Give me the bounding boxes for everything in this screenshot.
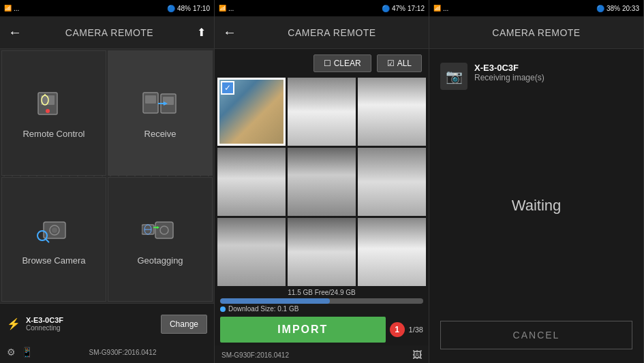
status-right-3: 🔵 38% 20:33 [596, 5, 639, 12]
menu-label-receive: Receive [144, 129, 177, 139]
change-button[interactable]: Change [161, 315, 207, 334]
battery-2: 47% [392, 5, 405, 12]
receive-icon [140, 86, 181, 121]
import-count: 1/38 [409, 326, 423, 334]
photo-thumb-2[interactable] [288, 78, 356, 146]
panel2-bottom-bar: SM-G930F:2016.0412 🖼 [215, 345, 429, 363]
photo-thumb-5[interactable] [288, 148, 356, 216]
app-title-1: CAMERA REMOTE [29, 27, 190, 38]
p2-device-model: SM-G930F:2016.0412 [221, 351, 289, 359]
menu-label-remote: Remote Control [22, 129, 85, 139]
share-icon[interactable]: ⬆ [197, 26, 206, 39]
back-button-1[interactable]: ← [8, 25, 22, 40]
receiving-section: 📷 X-E3-0C3F Receiving image(s) [440, 63, 632, 90]
menu-browse-camera[interactable]: Browse Camera [1, 177, 106, 302]
svg-line-15 [46, 239, 49, 242]
app-bar-3: CAMERA REMOTE [429, 16, 643, 49]
all-label: ALL [397, 59, 412, 68]
bt-status-3: 🔵 [596, 5, 604, 12]
back-button-2[interactable]: ← [223, 25, 236, 40]
bt-status-2: 🔵 [382, 5, 390, 12]
time-1: 17:10 [193, 5, 210, 12]
clear-button[interactable]: ☐ CLEAR [313, 54, 371, 72]
clear-icon: ☐ [324, 59, 331, 68]
bluetooth-icon: ⚡ [7, 317, 20, 330]
status-bar-1: 📶 ... 🔵 48% 17:10 [0, 0, 214, 16]
status-left-3: 📶 ... [433, 5, 448, 12]
menu-geotagging[interactable]: Geotagging [108, 177, 213, 302]
panel-photo-import: 📶 ... 🔵 47% 17:12 ← CAMERA REMOTE ☐ CLEA… [215, 0, 429, 363]
status-dots-2: ... [228, 5, 234, 12]
app-title-2: CAMERA REMOTE [243, 27, 420, 38]
app-bar-2: ← CAMERA REMOTE [215, 16, 429, 49]
import-button[interactable]: IMPORT [220, 317, 386, 343]
storage-section: 11.5 GB Free/24.9 GB Download Size: 0.1 … [215, 286, 429, 314]
browse-camera-icon [33, 213, 74, 247]
p2-image-icon: 🖼 [412, 349, 422, 360]
network-icon-2: 📶 [219, 5, 226, 12]
photo-thumb-1[interactable]: ✓ [217, 78, 286, 146]
status-text-1: ... [14, 5, 19, 12]
battery-1: 48% [177, 5, 191, 12]
photo-thumb-7[interactable] [217, 218, 286, 286]
all-button[interactable]: ☑ ALL [377, 54, 422, 72]
remote-control-icon [33, 86, 74, 121]
photo-thumb-8[interactable] [288, 218, 356, 286]
storage-bar-bg [220, 298, 423, 304]
app-bar-1: ← CAMERA REMOTE ⬆ [0, 16, 214, 49]
time-3: 20:33 [622, 5, 639, 12]
status-left-1: 📶 ... [4, 5, 19, 12]
panel-main-menu: 📶 ... 🔵 48% 17:10 ← CAMERA REMOTE ⬆ [0, 0, 215, 363]
settings-icon[interactable]: ⚙ [7, 347, 16, 358]
all-icon: ☑ [387, 59, 395, 68]
svg-rect-6 [145, 95, 156, 104]
bottom-icon-row: ⚙ 📱 SM-G930F:2016.0412 [0, 344, 214, 363]
svg-point-2 [46, 109, 50, 113]
clear-label: CLEAR [334, 59, 361, 68]
bt-status-icon: 🔵 [167, 5, 175, 12]
photo-thumb-9[interactable] [358, 218, 426, 286]
download-size-row: Download Size: 0.1 GB [220, 305, 423, 313]
menu-label-browse: Browse Camera [22, 255, 85, 266]
camera-icon: 📷 [446, 68, 463, 84]
receiving-info: X-E3-0C3F Receiving image(s) [474, 63, 632, 82]
photo-thumb-4[interactable] [217, 148, 286, 216]
photo-thumb-6[interactable] [358, 148, 426, 216]
status-right-1: 🔵 48% 17:10 [167, 5, 210, 12]
svg-rect-16 [155, 222, 173, 238]
status-right-2: 🔵 47% 17:12 [382, 5, 425, 12]
receiving-content: 📷 X-E3-0C3F Receiving image(s) Waiting C… [429, 49, 643, 363]
storage-bar-fill [220, 298, 330, 304]
receiving-status-text: Receiving image(s) [474, 73, 632, 82]
status-left-2: 📶 ... [219, 5, 234, 12]
import-row: IMPORT 1 1/38 [215, 314, 429, 345]
device-name-1: X-E3-0C3F [26, 316, 155, 324]
check-mark-1: ✓ [221, 81, 234, 95]
menu-label-geo: Geotagging [137, 255, 183, 266]
network-icon: 📶 [4, 5, 12, 12]
main-menu-grid: Remote Control Receive [0, 49, 214, 303]
status-dots-3: ... [443, 5, 448, 12]
device-info: X-E3-0C3F Connecting [26, 316, 155, 332]
menu-receive[interactable]: Receive [108, 50, 213, 176]
app-title-3: CAMERA REMOTE [438, 27, 635, 38]
receiving-device-name: X-E3-0C3F [474, 63, 632, 73]
device-model-1: SM-G930F:2016.0412 [38, 349, 207, 356]
network-icon-3: 📶 [433, 5, 441, 12]
photo-grid: ✓ [215, 78, 429, 286]
bottom-device-bar: ⚡ X-E3-0C3F Connecting Change [0, 303, 214, 344]
svg-point-13 [52, 227, 57, 233]
geotagging-icon [140, 213, 181, 247]
phone-icon[interactable]: 📱 [21, 347, 33, 358]
download-size-text: Download Size: 0.1 GB [228, 305, 298, 313]
device-status-1: Connecting [26, 324, 155, 332]
cancel-button[interactable]: CANCEL [440, 321, 632, 349]
panel-receiving: 📶 ... 🔵 38% 20:33 CAMERA REMOTE 📷 X-E3-0… [429, 0, 644, 363]
time-2: 17:12 [408, 5, 425, 12]
waiting-label: Waiting [512, 90, 562, 321]
top-actions-row: ☐ CLEAR ☑ ALL [215, 49, 429, 78]
status-bar-3: 📶 ... 🔵 38% 20:33 [429, 0, 643, 16]
status-bar-2: 📶 ... 🔵 47% 17:12 [215, 0, 429, 16]
photo-thumb-3[interactable] [358, 78, 426, 146]
menu-remote-control[interactable]: Remote Control [1, 50, 106, 176]
